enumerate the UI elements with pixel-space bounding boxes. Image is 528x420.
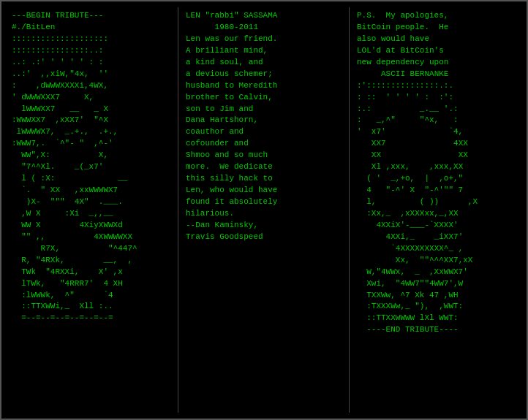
column-ascii-art: ---BEGIN TRIBUTE--- #./BitLen ::::::::::… (7, 7, 178, 413)
content-grid: ---BEGIN TRIBUTE--- #./BitLen ::::::::::… (7, 7, 521, 413)
terminal-window: ---BEGIN TRIBUTE--- #./BitLen ::::::::::… (0, 0, 528, 420)
column-tribute-text: LEN "rabbi" SASSAMA 1980-2011 Len was ou… (178, 7, 350, 413)
column-postscript: P.S. My apologies, BitCoin people. He al… (350, 7, 521, 413)
